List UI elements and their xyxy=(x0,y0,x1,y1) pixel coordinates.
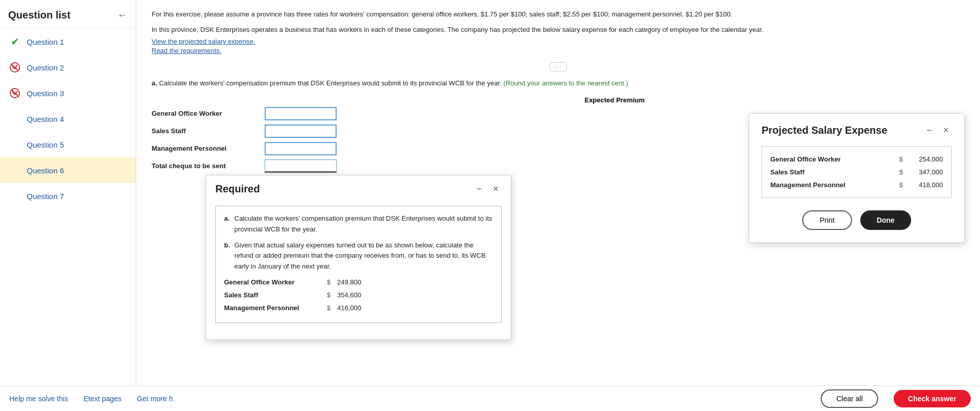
sidebar-item-q1[interactable]: ✔ Question 1 xyxy=(0,29,136,55)
sidebar-label-q3: Question 3 xyxy=(27,89,64,98)
required-box: a. Calculate the workers' compensation p… xyxy=(215,206,502,323)
help-link[interactable]: Help me solve this xyxy=(9,395,68,403)
salary-value-0: 254,000 xyxy=(907,155,943,163)
premium-table-header: Expected Premium xyxy=(265,96,965,104)
circle-icon-q7 xyxy=(9,190,21,202)
salary-modal-controls: − × xyxy=(923,124,952,137)
sidebar: Question list ← ✔ Question 1 Question 2 … xyxy=(0,0,136,411)
actual-dollar-2: $ xyxy=(327,303,337,314)
sidebar-label-q6: Question 6 xyxy=(27,166,64,175)
req-label-b: b. xyxy=(224,240,231,272)
circle-icon-q5 xyxy=(9,139,21,150)
premium-label-1: Sales Staff xyxy=(152,127,265,135)
salary-value-2: 418,000 xyxy=(907,181,943,189)
required-modal-close[interactable]: × xyxy=(490,183,502,195)
view-salary-link[interactable]: View the projected salary expense. xyxy=(152,38,965,45)
sidebar-item-q2[interactable]: Question 2 xyxy=(0,55,136,80)
etext-link[interactable]: Etext pages xyxy=(83,395,121,403)
sidebar-label-q7: Question 7 xyxy=(27,192,64,201)
premium-input-1[interactable] xyxy=(265,124,337,138)
premium-label-2: Management Personnel xyxy=(152,145,265,152)
salary-value-1: 347,000 xyxy=(907,168,943,176)
question-a-text: a. Calculate the workers' compensation p… xyxy=(152,78,965,89)
sidebar-label-q4: Question 4 xyxy=(27,115,64,123)
required-modal-header: Required − × xyxy=(206,175,511,201)
collapse-sidebar-icon[interactable]: ← xyxy=(117,9,127,21)
salary-label-1: Sales Staff xyxy=(770,168,894,176)
intro-paragraph-2: In this province, DSK Enterprises operat… xyxy=(152,25,965,35)
premium-input-0[interactable] xyxy=(265,107,337,120)
actual-label-1: Sales Staff xyxy=(224,290,327,301)
premium-label-0: General Office Worker xyxy=(152,110,265,117)
partial-icon-q2 xyxy=(9,62,21,73)
actual-dollar-0: $ xyxy=(327,277,337,288)
required-modal-minimize[interactable]: − xyxy=(473,183,485,195)
salary-modal-title: Projected Salary Expense xyxy=(762,124,887,136)
check-icon-q1: ✔ xyxy=(9,36,21,47)
salary-label-0: General Office Worker xyxy=(770,155,894,163)
actual-data-table: General Office Worker $ 249,800 Sales St… xyxy=(224,277,493,313)
circle-icon-q6 xyxy=(9,165,21,176)
salary-dollar-2: $ xyxy=(894,181,903,189)
premium-input-total[interactable] xyxy=(265,159,337,173)
actual-label-2: Management Personnel xyxy=(224,303,327,314)
question-a-body: Calculate the workers' compensation prem… xyxy=(159,79,501,87)
required-modal: Required − × a. Calculate the workers' c… xyxy=(206,175,511,340)
salary-table: General Office Worker $ 254,000 Sales St… xyxy=(762,146,952,198)
check-answer-button[interactable]: Check answer xyxy=(894,390,971,407)
sidebar-header: Question list ← xyxy=(0,0,136,29)
sidebar-label-q5: Question 5 xyxy=(27,140,64,149)
req-item-b: b. Given that actual salary expenses tur… xyxy=(224,240,493,272)
sidebar-item-q6[interactable]: Question 6 xyxy=(0,157,136,183)
actual-row-2: Management Personnel $ 416,000 xyxy=(224,303,493,314)
circle-icon-q4 xyxy=(9,113,21,124)
req-item-a: a. Calculate the workers' compensation p… xyxy=(224,213,493,235)
salary-dollar-1: $ xyxy=(894,168,903,176)
req-text-b: Given that actual salary expenses turned… xyxy=(234,240,493,272)
salary-label-2: Management Personnel xyxy=(770,181,894,189)
actual-label-0: General Office Worker xyxy=(224,277,327,288)
premium-label-3: Total cheque to be sent xyxy=(152,162,265,170)
actual-row-1: Sales Staff $ 354,600 xyxy=(224,290,493,301)
salary-modal-close[interactable]: × xyxy=(940,124,952,137)
sidebar-item-q3[interactable]: Question 3 xyxy=(0,80,136,106)
question-a-note: (Round your answers to the nearest cent.… xyxy=(504,79,628,87)
sidebar-title: Question list xyxy=(8,9,70,21)
divider: ··· xyxy=(152,62,965,71)
actual-dollar-1: $ xyxy=(327,290,337,301)
bottom-bar: Help me solve this Etext pages Get more … xyxy=(0,385,980,411)
sidebar-item-q5[interactable]: Question 5 xyxy=(0,132,136,157)
read-requirements-link[interactable]: Read the requirements. xyxy=(152,47,965,55)
svg-line-7 xyxy=(11,90,19,97)
intro-paragraph-1: For this exercise, please assume a provi… xyxy=(152,9,965,20)
salary-modal-minimize[interactable]: − xyxy=(923,124,935,137)
partial-icon-q3 xyxy=(9,87,21,99)
clear-all-button[interactable]: Clear all xyxy=(821,389,878,408)
svg-line-3 xyxy=(11,64,19,71)
more-link[interactable]: Get more h xyxy=(137,395,173,403)
sidebar-label-q1: Question 1 xyxy=(27,38,64,46)
sidebar-label-q2: Question 2 xyxy=(27,63,64,72)
salary-row-1: Sales Staff $ 347,000 xyxy=(770,166,943,178)
sidebar-item-q7[interactable]: Question 7 xyxy=(0,183,136,209)
done-button[interactable]: Done xyxy=(860,210,911,230)
actual-value-0: 249,800 xyxy=(337,277,361,288)
required-modal-body: a. Calculate the workers' compensation p… xyxy=(206,201,511,339)
req-text-a: Calculate the workers' compensation prem… xyxy=(234,213,493,235)
salary-modal: Projected Salary Expense − × General Off… xyxy=(749,113,965,243)
salary-row-2: Management Personnel $ 418,000 xyxy=(770,178,943,191)
salary-modal-header: Projected Salary Expense − × xyxy=(762,124,952,137)
premium-input-2[interactable] xyxy=(265,142,337,155)
actual-row-0: General Office Worker $ 249,800 xyxy=(224,277,493,288)
salary-dollar-0: $ xyxy=(894,155,903,163)
sidebar-item-q4[interactable]: Question 4 xyxy=(0,106,136,132)
print-button[interactable]: Print xyxy=(802,210,852,230)
salary-modal-footer: Print Done xyxy=(762,210,952,230)
req-label-a: a. xyxy=(224,213,231,235)
question-a-label: a. xyxy=(152,79,157,87)
actual-value-2: 416,000 xyxy=(337,303,361,314)
salary-row-0: General Office Worker $ 254,000 xyxy=(770,153,943,166)
required-modal-controls: − × xyxy=(473,183,502,195)
required-modal-title: Required xyxy=(215,183,260,195)
actual-value-1: 354,600 xyxy=(337,290,361,301)
